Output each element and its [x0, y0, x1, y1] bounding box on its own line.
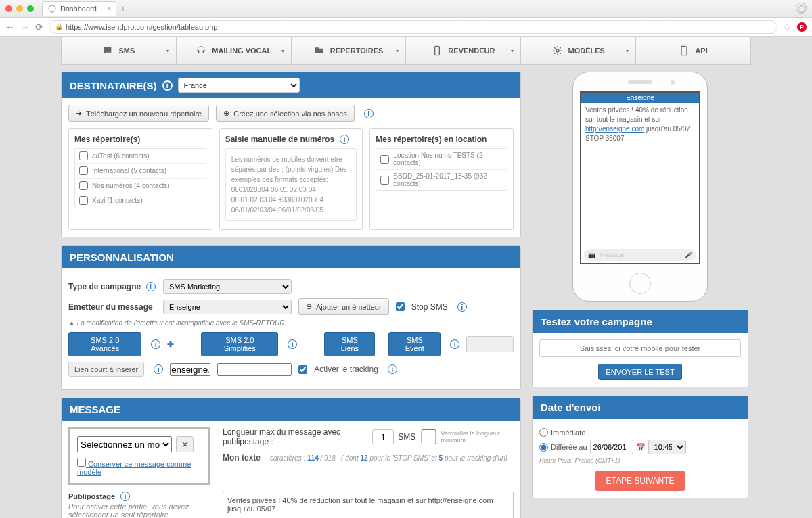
radio-differee[interactable] [539, 443, 548, 452]
length-input[interactable] [372, 429, 394, 444]
checkbox[interactable] [77, 458, 86, 467]
lien-label: Lien court à insérer [68, 362, 144, 377]
type-select[interactable]: SMS Marketing [163, 279, 292, 294]
lock-icon: 🔒 [55, 23, 63, 30]
sms-liens-button[interactable]: SMS Liens [324, 332, 375, 356]
time-select[interactable]: 10:45 [648, 440, 686, 454]
clear-model-button[interactable]: ✕ [176, 436, 194, 452]
url-field[interactable]: 🔒 https://www.isendpro.com/gestion/table… [49, 20, 777, 34]
sms20-simplifies-button[interactable]: SMS 2.0 Simplifiés [201, 332, 278, 356]
nav-mailing-vocal[interactable]: MAILING VOCAL ▾ [177, 37, 292, 65]
pinterest-icon[interactable]: P [797, 22, 807, 32]
sms-event-button[interactable]: SMS Event [388, 332, 441, 356]
list-item[interactable]: Nos numéros (4 contacts) [75, 179, 206, 193]
nav-repertoires[interactable]: RÉPERTOIRES ▾ [292, 37, 407, 65]
tab-title: Dashboard [60, 5, 97, 13]
nav-label: MODÈLES [568, 47, 605, 55]
checkbox[interactable] [380, 176, 389, 185]
info-icon[interactable]: i [120, 492, 130, 501]
next-step-button[interactable]: ETAPE SUIVANTE [595, 471, 685, 491]
panel-header: PERSONNALISATION [62, 246, 520, 268]
info-icon[interactable]: i [288, 339, 297, 349]
list-item[interactable]: Location Nos nums TESTS (2 contacts) [376, 149, 507, 170]
nav-label: RÉPERTOIRES [330, 47, 384, 55]
window-max-icon[interactable] [27, 5, 34, 12]
list-item[interactable]: SBDD_25-01-2017_15-35 (932 contacts) [376, 170, 507, 190]
checkbox[interactable] [79, 181, 88, 190]
svg-point-2 [556, 49, 559, 52]
checkbox[interactable] [79, 166, 88, 175]
info-icon[interactable]: i [450, 339, 459, 349]
bookmark-star-icon[interactable]: ☆ [783, 22, 792, 32]
sms20-avances-button[interactable]: SMS 2.0 Avancés [68, 332, 141, 356]
calendar-icon[interactable]: 📅 [636, 443, 646, 452]
window-controls [5, 5, 34, 12]
lock-checkbox[interactable] [420, 429, 438, 444]
date-input[interactable] [590, 440, 633, 454]
save-model-link[interactable]: Conserver ce message comme modèle [77, 458, 202, 476]
mic-icon: 🎤 [685, 252, 692, 258]
event-field[interactable] [466, 336, 514, 352]
nav-api[interactable]: API [636, 37, 751, 65]
country-select[interactable]: France [178, 78, 300, 93]
arrow-right-circle-icon: ➜ [76, 109, 82, 118]
url-text: https://www.isendpro.com/gestion/tableau… [66, 23, 217, 31]
tab-close-icon[interactable]: × [107, 4, 112, 14]
create-selection-button[interactable]: ⊕ Créez une sélection via nos bases [216, 105, 355, 122]
add-emetteur-button[interactable]: ⊕Ajouter un émetteur [298, 298, 389, 315]
list-item[interactable]: aaTest (6 contacts) [75, 149, 206, 164]
sms-title: Enseigne [581, 93, 699, 103]
panel-title: DESTINATAIRE(S) [70, 80, 157, 91]
checkbox[interactable] [380, 155, 389, 164]
info-icon[interactable]: i [151, 339, 160, 349]
radio-immediate[interactable] [539, 428, 548, 437]
test-mobile-input[interactable] [539, 339, 741, 357]
phone-speaker-icon [628, 80, 652, 84]
emetteur-select[interactable]: Enseigne [163, 300, 292, 314]
list-item[interactable]: Xavi (1 contacts) [75, 193, 206, 208]
info-icon[interactable]: i [340, 135, 349, 144]
list-item[interactable]: International (5 contacts) [75, 164, 206, 179]
nav-back-icon[interactable]: ← [5, 22, 15, 32]
lien-input-2[interactable] [217, 363, 292, 376]
send-test-button[interactable]: ENVOYER LE TEST [598, 364, 681, 380]
panel-header: Date d'envoi [533, 396, 748, 419]
message-textarea[interactable]: Ventes privées ! 40% de réduction sur to… [223, 492, 514, 518]
caret-down-icon: ▾ [626, 48, 629, 54]
label-type: Type de campagne i [68, 282, 156, 291]
info-icon[interactable]: i [162, 80, 173, 91]
headset-icon [196, 45, 206, 56]
panel-title: MESSAGE [70, 404, 120, 415]
phone-icon [432, 45, 443, 56]
checkbox[interactable] [79, 151, 88, 160]
box-location: Mes répertoire(s) en location Location N… [369, 128, 514, 230]
checkbox[interactable] [79, 196, 88, 205]
info-icon[interactable]: i [154, 364, 163, 374]
nav-revendeur[interactable]: REVENDEUR ▾ [406, 37, 521, 65]
panel-header: MESSAGE [62, 398, 520, 421]
plus-icon[interactable]: ✚ [167, 339, 174, 349]
caret-down-icon: ▾ [396, 48, 399, 54]
new-tab-button[interactable]: + [120, 3, 126, 14]
tracking-checkbox[interactable] [298, 365, 307, 374]
info-icon[interactable]: i [457, 302, 467, 312]
stop-sms-checkbox[interactable] [396, 302, 405, 311]
model-chooser-box: Sélectionnez un modèle ✕ Conserver ce me… [68, 427, 210, 485]
nav-forward-icon[interactable]: → [20, 22, 30, 32]
caret-down-icon: ▾ [281, 48, 284, 54]
browser-tab[interactable]: Dashboard × [42, 1, 116, 16]
info-icon[interactable]: i [364, 109, 374, 118]
panel-title: Testez votre campagne [541, 316, 652, 327]
lien-input[interactable] [170, 363, 210, 376]
profile-icon[interactable]: ◯ [796, 3, 807, 14]
window-close-icon[interactable] [5, 5, 12, 12]
nav-modeles[interactable]: MODÈLES ▾ [521, 37, 636, 65]
sms-body: Ventes privées ! 40% de réduction sur to… [581, 103, 699, 146]
window-min-icon[interactable] [16, 5, 23, 12]
model-select[interactable]: Sélectionnez un modèle [77, 436, 172, 452]
upload-repertoire-button[interactable]: ➜ Téléchargez un nouveau répertoire [68, 105, 209, 122]
nav-sms[interactable]: SMS ▾ [61, 37, 177, 65]
info-icon[interactable]: i [388, 364, 397, 374]
info-icon[interactable]: i [146, 282, 156, 291]
nav-reload-icon[interactable]: ⟳ [35, 22, 43, 32]
